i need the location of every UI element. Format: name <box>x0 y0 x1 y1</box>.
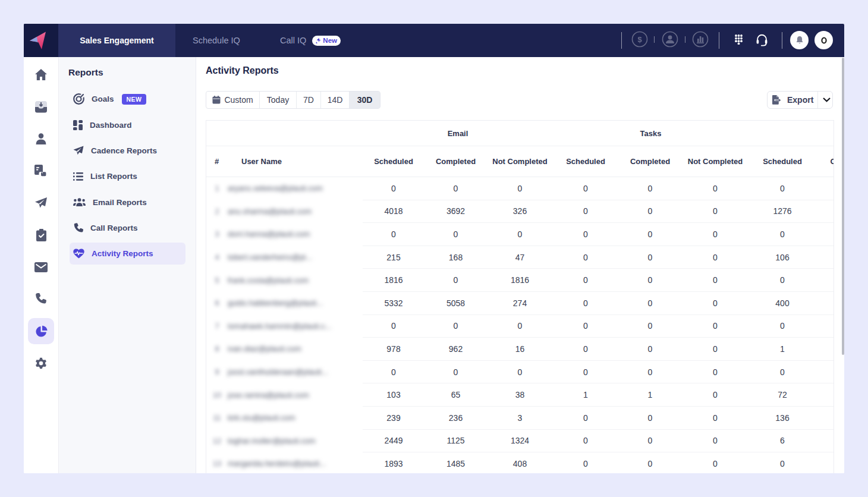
svg-text:$: $ <box>637 35 642 44</box>
